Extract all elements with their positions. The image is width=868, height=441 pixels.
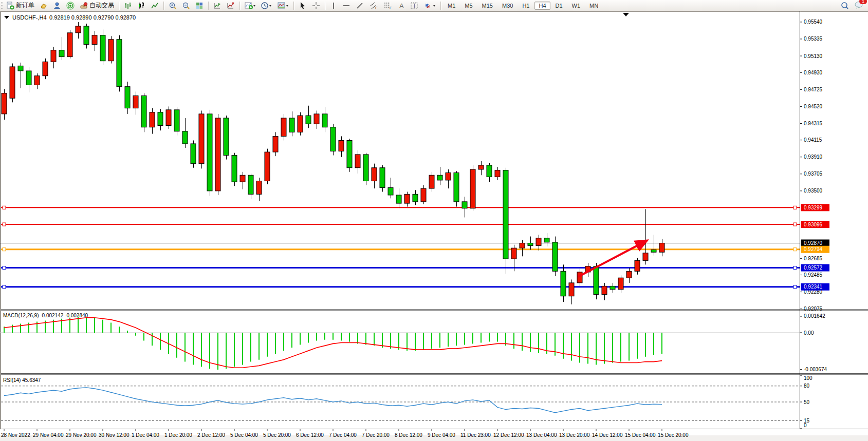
gold-button[interactable] xyxy=(38,1,50,10)
fibonacci-tool-button[interactable]: F xyxy=(381,1,395,10)
candle-bullish[interactable] xyxy=(215,118,220,191)
candle-bullish[interactable] xyxy=(314,114,319,124)
hline-handle-right[interactable] xyxy=(793,266,797,270)
candle-bullish[interactable] xyxy=(43,62,48,75)
text-label-tool-button[interactable]: T xyxy=(408,1,420,10)
candle-bearish[interactable] xyxy=(18,66,23,71)
candle-bearish[interactable] xyxy=(454,172,459,201)
tile-windows-button[interactable] xyxy=(193,1,206,10)
hline-handle-right[interactable] xyxy=(793,223,797,226)
candle-bearish[interactable] xyxy=(503,170,508,259)
candle-bearish[interactable] xyxy=(224,118,229,156)
bar-chart-button[interactable] xyxy=(122,1,134,10)
candle-bullish[interactable] xyxy=(166,110,171,126)
templates-button[interactable] xyxy=(275,1,291,10)
candle-bearish[interactable] xyxy=(594,266,599,295)
candle-bullish[interactable] xyxy=(569,283,574,296)
tf-button-d1[interactable]: D1 xyxy=(551,2,567,10)
candle-bullish[interactable] xyxy=(536,238,541,246)
candle-bullish[interactable] xyxy=(421,188,426,202)
tf-button-m30[interactable]: M30 xyxy=(498,2,517,10)
notifications-button[interactable]: 1 xyxy=(855,1,864,10)
candle-bullish[interactable] xyxy=(76,26,81,33)
hline-handle-right[interactable] xyxy=(793,285,797,289)
tf-button-m15[interactable]: M15 xyxy=(478,2,497,10)
candle-bearish[interactable] xyxy=(413,194,418,202)
community-button[interactable] xyxy=(51,1,63,10)
candle-bearish[interactable] xyxy=(232,156,237,182)
line-chart-button[interactable] xyxy=(149,1,161,10)
candle-bearish[interactable] xyxy=(610,286,615,289)
hline-tool-button[interactable] xyxy=(340,1,353,10)
tf-button-h4[interactable]: H4 xyxy=(534,2,550,10)
hline-handle-left[interactable] xyxy=(3,206,6,209)
tf-button-mn[interactable]: MN xyxy=(585,2,602,10)
candle-bearish[interactable] xyxy=(125,87,130,108)
candle-bullish[interactable] xyxy=(520,243,525,248)
vline-tool-button[interactable] xyxy=(328,1,339,10)
candle-bearish[interactable] xyxy=(59,50,64,57)
candle-bullish[interactable] xyxy=(659,243,664,252)
tf-button-w1[interactable]: W1 xyxy=(568,2,585,10)
chart-autoscroll-button[interactable] xyxy=(225,1,237,10)
candle-bullish[interactable] xyxy=(470,169,475,208)
candle-bullish[interactable] xyxy=(577,272,582,283)
tf-button-h1[interactable]: H1 xyxy=(518,2,533,10)
candle-bullish[interactable] xyxy=(298,116,303,132)
candle-bullish[interactable] xyxy=(256,181,262,195)
candle-bearish[interactable] xyxy=(191,144,196,164)
candle-bearish[interactable] xyxy=(158,112,163,126)
text-tool-button[interactable]: A xyxy=(396,1,407,10)
tf-button-m1[interactable]: M1 xyxy=(444,2,459,10)
candle-bullish[interactable] xyxy=(67,33,72,57)
candle-bullish[interactable] xyxy=(429,175,434,188)
candle-bearish[interactable] xyxy=(544,238,549,242)
candle-bullish[interactable] xyxy=(273,136,278,152)
candle-bearish[interactable] xyxy=(174,110,179,131)
candle-bullish[interactable] xyxy=(10,67,15,98)
candle-bearish[interactable] xyxy=(330,127,336,151)
candle-bearish[interactable] xyxy=(141,95,146,127)
zoom-in-button[interactable] xyxy=(167,1,179,10)
candle-bearish[interactable] xyxy=(26,71,31,85)
candle-bullish[interactable] xyxy=(51,50,56,62)
candle-bearish[interactable] xyxy=(437,175,442,180)
candle-bullish[interactable] xyxy=(150,112,155,127)
arrows-tool-button[interactable] xyxy=(421,1,438,10)
zoom-out-button[interactable] xyxy=(180,1,192,10)
candle-bullish[interactable] xyxy=(446,172,451,180)
candle-bearish[interactable] xyxy=(248,175,253,194)
candle-bearish[interactable] xyxy=(289,118,294,132)
candle-bullish[interactable] xyxy=(495,170,500,177)
candle-bullish[interactable] xyxy=(478,165,484,169)
candle-bullish[interactable] xyxy=(626,271,632,278)
candle-bullish[interactable] xyxy=(355,155,360,168)
candle-bearish[interactable] xyxy=(487,165,492,177)
candle-bearish[interactable] xyxy=(380,168,385,188)
chart-shift-button[interactable] xyxy=(211,1,224,10)
candle-bearish[interactable] xyxy=(322,114,327,127)
trendline-tool-button[interactable] xyxy=(354,1,366,10)
candle-bullish[interactable] xyxy=(602,286,607,294)
candle-bullish[interactable] xyxy=(635,260,640,271)
candle-bearish[interactable] xyxy=(552,242,558,271)
toolbar-grip[interactable] xyxy=(1,2,3,9)
candlestick-chart-button[interactable] xyxy=(135,1,147,10)
candle-bearish[interactable] xyxy=(363,155,368,181)
candle-bearish[interactable] xyxy=(182,131,188,144)
channel-tool-button[interactable]: E xyxy=(367,1,380,10)
candle-bearish[interactable] xyxy=(100,35,105,61)
hline-handle-right[interactable] xyxy=(793,206,797,209)
candle-bearish[interactable] xyxy=(396,195,401,203)
chart-area[interactable]: 0.955400.953350.951300.949300.947250.945… xyxy=(0,0,868,441)
tf-button-m5[interactable]: M5 xyxy=(460,2,476,10)
hline-handle-right[interactable] xyxy=(793,248,797,251)
candle-bullish[interactable] xyxy=(133,95,138,108)
candle-bearish[interactable] xyxy=(561,271,566,296)
candle-bearish[interactable] xyxy=(84,26,89,44)
candle-bearish[interactable] xyxy=(117,40,122,87)
cursor-tool-button[interactable] xyxy=(297,1,309,10)
hline-handle-left[interactable] xyxy=(3,266,6,270)
candle-bullish[interactable] xyxy=(643,253,648,261)
candle-bearish[interactable] xyxy=(306,116,311,124)
